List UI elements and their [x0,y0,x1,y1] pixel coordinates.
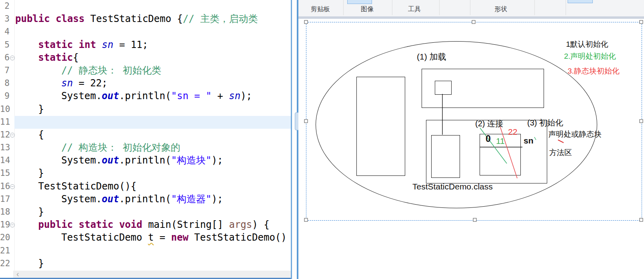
ribbon-group-clipboard: 剪贴板 [311,5,330,14]
line-number: 12 [0,129,10,141]
code-text: TestStaticDemo t = new TestStaticDemo() [15,231,287,244]
token-pl: System. [61,90,102,102]
value-11: 11 [496,136,505,146]
line-number: 17 [0,193,10,206]
code-line-10: 10} [0,103,291,116]
ribbon-separator [566,0,566,15]
ribbon-separator [439,0,440,15]
token-pl: } [38,167,44,179]
code-line-5: 5static int sn = 11; [0,39,291,52]
code-text: sn = 22; [15,77,108,90]
code-line-2: 2 [0,0,291,13]
token-st: "sn = " [171,90,212,102]
scroll-left-arrow-icon[interactable]: ‹ [16,269,19,278]
code-line-22: 22} [0,257,291,270]
line-number: 5 [0,39,10,52]
code-line-20: 20TestStaticDemo t = new TestStaticDemo(… [0,231,291,244]
code-line-18: 18} [0,206,291,219]
code-text: } [15,103,44,116]
code-line-7: 7// 静态块： 初始化类 [0,64,291,77]
code-line-15: 15} [0,167,291,180]
token-pl: TestStaticDemo() [188,232,287,243]
fold-collapse-icon[interactable] [10,223,15,227]
code-line-8: 8sn = 22; [0,77,291,90]
label-sn: sn [524,136,534,145]
code-text: System.out.println("构造器"); [15,193,223,206]
code-line-11: 11 [0,116,291,129]
line-number: 19 [0,219,10,231]
token-st: "构造块" [171,155,212,166]
token-pl: TestStaticDemo { [90,13,183,24]
code-text: System.out.println("sn = " + sn); [15,90,252,103]
token-pl: = 22; [73,78,108,89]
line-number: 15 [0,167,10,180]
token-wv: t [148,232,154,243]
token-pl: System. [61,193,102,205]
line-number: 22 [0,257,10,270]
ribbon-separator [534,0,535,15]
token-pl: + [212,90,229,102]
fold-collapse-icon[interactable] [10,184,15,189]
token-pl: } [38,104,44,115]
selected-tool-button[interactable] [347,0,372,4]
fold-collapse-icon[interactable] [10,133,15,138]
selection-handle-e[interactable] [640,120,643,123]
token-pl: TestStaticDemo(){ [38,181,137,192]
token-pl: TestStaticDemo [61,232,148,243]
selection-handle-sw[interactable] [304,218,308,222]
selected-shape-button[interactable] [568,0,593,3]
selection-handle-s[interactable] [473,218,477,222]
label-note-decl-init: 2.声明处初始化 [564,51,616,62]
selection-handle-se[interactable] [640,218,643,222]
token-pl: { [38,129,44,140]
line-number: 7 [0,64,10,77]
line-number: 20 [0,231,10,244]
selection-handle-w[interactable] [304,120,308,123]
code-text: } [15,167,44,180]
small-square [435,81,452,95]
token-kw: public static void [38,219,148,230]
code-text: // 构造块： 初始化对象的 [15,141,180,154]
line-number: 8 [0,77,10,90]
code-line-17: 17System.out.println("构造器"); [0,193,291,206]
code-line-21: 21 [0,245,291,257]
code-line-6: 6static{ [0,52,291,64]
code-text: } [15,206,44,219]
token-sf: out [102,155,119,166]
line-number: 10 [0,103,10,116]
line-number: 11 [0,116,10,129]
label-note-static-init: 3.静态块初始化 [568,66,620,76]
selection-handle-nw[interactable] [304,20,308,24]
token-kw: public class [15,13,90,24]
line-number: 21 [0,245,10,257]
token-kw: static int [38,39,102,50]
code-text: static{ [15,52,79,64]
selection-handle-n[interactable] [472,20,476,24]
code-line-12: 12{ [0,129,291,141]
screen: 23public class TestStaticDemo {// 主类，启动类… [0,0,644,279]
token-pl: ) { [252,219,269,230]
token-pl: = [154,232,171,243]
fold-collapse-icon[interactable] [10,56,15,60]
label-step2-link: (2) 连接 [475,118,503,129]
code-text: } [15,257,44,270]
token-pl: { [73,52,78,63]
value-22: 22 [508,127,517,137]
selection-handle-ne[interactable] [640,20,643,24]
line-number: 13 [0,141,10,154]
line-number: 3 [0,13,10,26]
code-lines: 23public class TestStaticDemo {// 主类，启动类… [0,0,291,270]
code-line-3: 3public class TestStaticDemo {// 主类，启动类 [0,13,291,26]
horizontal-scrollbar[interactable]: ‹ [13,271,291,278]
line-number: 14 [0,154,10,167]
token-st: "构造器" [171,193,212,205]
token-pl: ); [240,90,252,102]
code-text: System.out.println("构造块"); [15,154,223,167]
token-pl: System. [61,155,102,166]
ribbon: 剪贴板 图像 工具 形状 [298,0,644,16]
ribbon-group-tools: 工具 [408,5,421,14]
line-number: 6 [0,52,10,64]
code-line-14: 14System.out.println("构造块"); [0,154,291,167]
token-pl: ); [212,155,223,166]
code-editor[interactable]: 23public class TestStaticDemo {// 主类，启动类… [0,0,291,279]
